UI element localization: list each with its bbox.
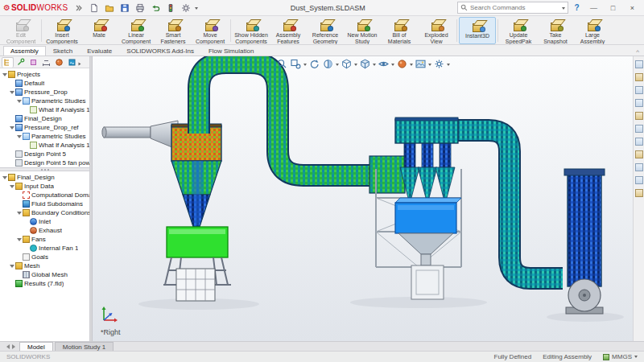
undo-icon[interactable] [149, 2, 162, 14]
maximize-button[interactable]: □ [605, 1, 621, 14]
options-icon[interactable] [180, 2, 192, 14]
tool-icon[interactable] [635, 138, 643, 146]
tab-scroll-right-icon[interactable] [11, 343, 18, 351]
expander-icon[interactable] [2, 70, 8, 79]
tool-icon[interactable] [635, 99, 643, 107]
tab-motion-study-1[interactable]: Motion Study 1 [55, 342, 114, 351]
rebuild-icon[interactable] [164, 2, 177, 14]
dropdown-caret-icon[interactable] [410, 64, 413, 68]
tree-item-fans[interactable]: Fans [0, 235, 89, 244]
tool-icon[interactable] [635, 176, 643, 184]
print-icon[interactable] [134, 2, 147, 14]
ribbon-button-large-assembly-settings[interactable]: Large Assembly Settings [574, 17, 611, 44]
graphics-viewport[interactable]: *Right [93, 56, 633, 341]
tab-model[interactable]: Model [19, 342, 53, 351]
ribbon-button-assembly-features[interactable]: Assembly Features [270, 17, 307, 44]
dimxpertmanager-tab-icon[interactable] [40, 57, 52, 68]
tree-item-parametric-studies[interactable]: Parametric Studies [0, 132, 89, 141]
help-button[interactable]: ? [571, 2, 583, 14]
ribbon-button-exploded-view[interactable]: Exploded View [418, 17, 455, 44]
ribbon-button-mate[interactable]: Mate [80, 17, 118, 44]
displaymanager-tab-icon[interactable] [53, 57, 65, 68]
tree-item-what-if-analysis[interactable]: What If Analysis 1 [0, 105, 89, 114]
expander-icon[interactable] [16, 132, 23, 141]
tree-item-boundary-conditions[interactable]: Boundary Conditions [0, 208, 89, 217]
tab-sketch[interactable]: Sketch [46, 46, 80, 56]
ribbon-button-reference-geometry[interactable]: Reference Geometry [307, 17, 344, 44]
tree-item-default[interactable]: Default [0, 79, 89, 88]
tree-item-goals[interactable]: Goals [0, 253, 89, 261]
tree-item-global-mesh[interactable]: Global Mesh [0, 270, 89, 279]
ribbon-button-instant3d[interactable]: Instant3D [459, 17, 496, 44]
expander-icon[interactable] [9, 123, 15, 132]
ribbon-button-take-snapshot[interactable]: Take Snapshot [537, 17, 574, 44]
hide-show-items-icon[interactable] [378, 58, 390, 70]
ribbon-button-new-motion-study[interactable]: New Motion Study [344, 17, 381, 44]
tree-item-parametric-studies[interactable]: Parametric Studies [0, 97, 89, 105]
featuremanager-tab-icon[interactable] [2, 57, 14, 68]
search-commands-box[interactable] [457, 2, 568, 14]
ribbon-button-bill-of-materials[interactable]: Bill of Materials [381, 17, 418, 44]
tab-scroll-left-icon[interactable] [3, 343, 10, 351]
tab-evaluate[interactable]: Evaluate [80, 46, 119, 56]
tree-item-computational-domain[interactable]: Computational Domain [0, 191, 89, 200]
ribbon-button-insert-components[interactable]: Insert Components [43, 17, 80, 44]
tool-icon[interactable] [635, 163, 643, 171]
tree-item-exhaust[interactable]: Exhaust [0, 226, 89, 235]
ribbon-button-update-speedpak-subassemblies[interactable]: Update SpeedPak Subassemblies [500, 17, 537, 44]
tree-item-fluid-subdomains[interactable]: Fluid Subdomains [0, 200, 89, 208]
tree-item-final-design-root[interactable]: Final_Design [0, 173, 89, 182]
expander-icon[interactable] [9, 261, 15, 270]
tree-item-final-design[interactable]: Final_Design [0, 114, 89, 123]
tree-item-design-point-5-fan-powered[interactable]: Design Point 5 fan powered [0, 158, 89, 167]
tree-item-internal-fan-1[interactable]: Internal Fan 1 [0, 244, 89, 253]
expander-icon[interactable] [16, 97, 23, 105]
units-selector[interactable]: MMGS [603, 353, 638, 360]
tab-assembly[interactable]: Assembly [3, 46, 46, 56]
dropdown-caret-icon[interactable] [428, 64, 431, 68]
tool-icon[interactable] [635, 112, 643, 120]
expander-icon[interactable] [16, 235, 23, 244]
dropdown-caret-icon[interactable] [303, 64, 307, 68]
apply-scene-icon[interactable] [415, 58, 427, 70]
ribbon-button-linear-component-pattern[interactable]: Linear Component Pattern [118, 17, 155, 44]
menu-expand-icon[interactable] [72, 2, 85, 14]
tree-item-projects[interactable]: Projects [0, 70, 89, 79]
dropdown-caret-icon[interactable] [447, 64, 450, 68]
zoom-to-area-icon[interactable] [290, 58, 302, 70]
tool-icon[interactable] [635, 125, 643, 133]
manager-tabs-overflow-icon[interactable] [79, 62, 83, 65]
expander-icon[interactable] [9, 88, 15, 97]
close-button[interactable]: × [624, 1, 641, 14]
tab-flow-simulation[interactable]: Flow Simulation [201, 46, 261, 56]
tree-item-input-data[interactable]: Input Data [0, 182, 89, 191]
edit-appearance-icon[interactable] [396, 58, 408, 70]
dropdown-caret-icon[interactable] [354, 64, 357, 68]
search-input[interactable] [470, 4, 559, 11]
tool-icon[interactable] [635, 150, 643, 158]
ribbon-button-move-component[interactable]: Move Component [192, 17, 229, 44]
expander-icon[interactable] [16, 208, 23, 217]
ribbon-button-smart-fasteners[interactable]: Smart Fasteners [155, 17, 192, 44]
expander-icon[interactable] [2, 173, 8, 182]
zoom-to-fit-icon[interactable] [276, 58, 288, 70]
tree-item-results[interactable]: Results (7.fld) [0, 279, 89, 288]
ribbon-button-show-hidden-components[interactable]: Show Hidden Components [233, 17, 270, 44]
view-settings-icon[interactable] [433, 58, 445, 70]
collapse-ribbon-icon[interactable]: ^ [636, 48, 644, 56]
previous-view-icon[interactable] [308, 58, 320, 70]
tool-icon[interactable] [635, 189, 643, 197]
dropdown-caret-icon[interactable] [391, 64, 394, 68]
open-icon[interactable] [103, 2, 116, 14]
tree-item-what-if-analysis[interactable]: What If Analysis 1 [0, 141, 89, 150]
tool-icon[interactable] [635, 60, 643, 68]
view-orientation-icon[interactable] [341, 58, 353, 70]
tool-icon[interactable] [635, 73, 643, 81]
save-icon[interactable] [118, 2, 131, 14]
tool-icon[interactable] [635, 86, 643, 94]
configurationmanager-tab-icon[interactable] [27, 57, 39, 68]
minimize-button[interactable]: — [585, 1, 602, 14]
display-style-icon[interactable] [359, 58, 371, 70]
expander-icon[interactable] [9, 182, 15, 191]
tree-item-pressure-drop-ref[interactable]: Pressure_Drop_ref [0, 123, 89, 132]
